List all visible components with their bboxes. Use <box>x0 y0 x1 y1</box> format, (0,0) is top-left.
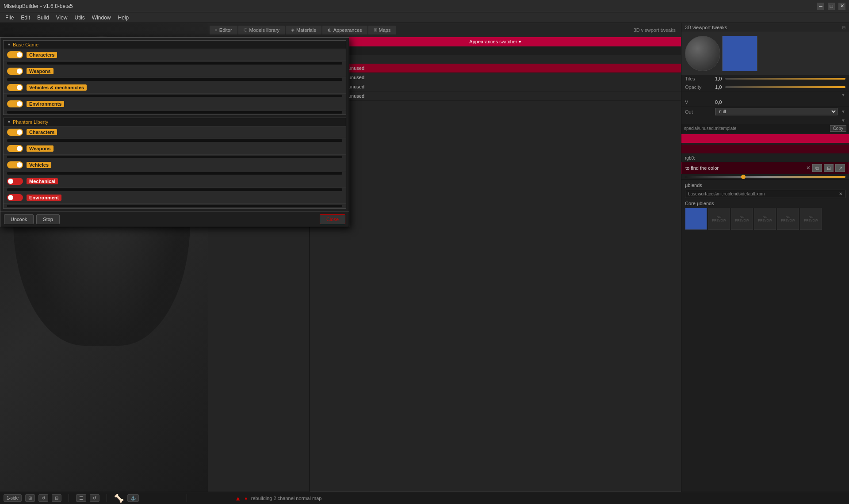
ublends-title: μblends <box>685 183 845 188</box>
progress-environments <box>208 111 342 114</box>
layer-item-2[interactable]: 2 2 (null_null) unused <box>310 82 681 92</box>
app-title: MlsetupBuilder - v1.6.8-beta5 <box>4 3 817 9</box>
expand-row: ▼ <box>681 92 849 98</box>
tab-bar: ≡ Editor ⬡ Models library ◈ Materials ◐ … <box>208 23 681 37</box>
color-action-button[interactable]: ↗ <box>835 164 845 172</box>
viewport-tweaks-header: 3D viewport tweaks ⊟ <box>681 23 849 32</box>
maps-icon: ⊞ <box>374 27 377 32</box>
color-find-area: to find the color ✕ ⧉ ⊞ ↗ <box>681 162 849 174</box>
maximize-button[interactable]: □ <box>828 3 835 10</box>
color-copy-button[interactable]: ⧉ <box>812 164 822 172</box>
color-find-close[interactable]: ✕ <box>806 165 811 171</box>
template-path: special\unused.mltemplate Copy <box>681 124 849 133</box>
view-mode-button[interactable]: 1-side <box>4 494 22 502</box>
blue-preview <box>722 36 757 71</box>
expand-arrow-1[interactable]: ▼ <box>841 92 845 97</box>
preview-thumb-0 <box>685 208 707 230</box>
tab-editor[interactable]: ≡ Editor <box>210 26 237 34</box>
copy-button[interactable]: Copy <box>830 125 846 132</box>
toggle-row-pl-weapons: Weapons <box>208 143 346 155</box>
tab-appearances-label: Appearances <box>333 27 362 33</box>
out-dropdown[interactable]: null <box>715 108 838 115</box>
tiles-label: Tiles <box>685 76 711 81</box>
menu-window[interactable]: Window <box>88 14 115 22</box>
toggle-row-weapons: Weapons <box>208 65 346 77</box>
viewport-tweaks-label: 3D viewport tweaks <box>634 27 679 33</box>
center-panel: ≡ Editor ⬡ Models library ◈ Materials ◐ … <box>208 23 681 504</box>
progress-vehicles <box>208 95 342 97</box>
appearances-header: Appearances switcher ▾ <box>310 37 681 46</box>
hue-thumb[interactable] <box>741 175 746 179</box>
global-statusbar: 1-side ⊞ ↺ ⊟ ☰ ↺ 🦴 ⚓ ▲ ● rebuilding 2 ch… <box>0 492 849 504</box>
close-button[interactable]: Close <box>320 214 345 224</box>
opacity-value: 1,0 <box>715 84 722 90</box>
tab-maps[interactable]: ⊞ Maps <box>368 26 396 34</box>
red-bar-1 <box>681 134 849 143</box>
appearances-icon: ◐ <box>328 27 332 32</box>
toggle-row-vehicles: Vehicles & mechanicles <box>208 82 346 94</box>
preview-thumb-1: NOPREVOW <box>708 208 730 230</box>
menu-edit[interactable]: Edit <box>17 14 34 22</box>
menu-file[interactable]: File <box>2 14 17 22</box>
progress-pl-environment <box>208 205 342 207</box>
layer-item-1[interactable]: 1 1 (null_null) unused <box>310 73 681 82</box>
phantom-liberty-header: ▼ Phantom Liberty <box>208 118 346 126</box>
no-preview-5: NOPREVOW <box>804 215 818 223</box>
progress-pl-characters <box>208 139 342 142</box>
menu-view[interactable]: View <box>53 14 71 22</box>
previews-row: NOPREVOW NOPREVOW NOPREVOW NOPREVOW NOPR… <box>685 208 845 230</box>
tab-models-label: Models library <box>249 27 279 33</box>
toolbar-link-btn[interactable]: ⊟ <box>52 494 61 502</box>
layer-item-3[interactable]: 3 3 (null_null) unused <box>310 92 681 101</box>
toolbar-refresh2-btn[interactable]: ↺ <box>90 494 99 502</box>
tab-materials[interactable]: ◈ Materials <box>286 26 321 34</box>
hue-slider[interactable] <box>685 176 845 178</box>
toggle-row-characters: Characters <box>208 49 346 61</box>
collapse-icon[interactable]: ⊟ <box>842 25 845 30</box>
expand-row-2: ▼ <box>681 117 849 124</box>
tab-models-library[interactable]: ⬡ Models library <box>238 26 285 34</box>
toolbar-refresh-btn[interactable]: ↺ <box>38 494 48 502</box>
preview-thumb-4: NOPREVOW <box>777 208 799 230</box>
no-preview-4: NOPREVOW <box>781 215 795 223</box>
toolbar-list-btn[interactable]: ☰ <box>76 494 86 502</box>
opacity-slider[interactable] <box>725 86 845 88</box>
layer-item-0[interactable]: 0 0 (null_null) unused <box>310 64 681 73</box>
minimize-button[interactable]: ─ <box>817 3 824 10</box>
expand-arrow-2[interactable]: ▼ <box>841 118 845 123</box>
menubar: File Edit Build View Utils Window Help <box>0 12 849 23</box>
close-button[interactable]: ✕ <box>838 3 845 10</box>
warning-dot: ● <box>245 496 248 501</box>
progress-pl-weapons <box>208 156 342 158</box>
progress-pl-mechanical <box>208 188 342 191</box>
preview-thumb-2: NOPREVOW <box>731 208 753 230</box>
core-ublends-title: Core μblends <box>685 201 845 206</box>
out-row: Out null ▼ <box>681 107 849 117</box>
base-game-header: ▼ Base Game <box>208 41 346 49</box>
toolbar-grid-btn[interactable]: ⊞ <box>25 494 35 502</box>
separator-3 <box>187 494 187 502</box>
template-path-text: special\unused.mltemplate <box>684 126 736 131</box>
right-panel: 3D viewport tweaks ⊟ Tiles 1,0 Opacity 1… <box>681 23 849 504</box>
preview-thumb-5: NOPREVOW <box>800 208 822 230</box>
apply-edits-button[interactable]: ✦ ✦ Apply edits <box>310 55 681 64</box>
toggle-row-pl-environment: Environment <box>208 192 346 204</box>
progress-pl-vehicles <box>208 172 342 175</box>
tiles-slider[interactable] <box>725 78 845 80</box>
materials-icon: ◈ <box>291 27 294 32</box>
warning-icon: ▲ <box>235 495 241 502</box>
ublends-close[interactable]: ✕ <box>839 191 842 196</box>
color-paste-button[interactable]: ⊞ <box>824 164 834 172</box>
preview-thumb-3: NOPREVOW <box>754 208 776 230</box>
tab-appearances[interactable]: ◐ Appearances <box>322 26 367 34</box>
preview-area <box>681 32 849 75</box>
ublends-path: base\surfaces\microblends\default.xbm ✕ <box>685 190 845 198</box>
menu-build[interactable]: Build <box>34 14 53 22</box>
out-chevron[interactable]: ▼ <box>841 109 845 114</box>
models-icon: ⬡ <box>244 27 248 32</box>
menu-utils[interactable]: Utils <box>71 14 88 22</box>
toolbar-anchor-btn[interactable]: ⚓ <box>127 494 139 502</box>
rgb-label: rgb0: <box>681 154 849 162</box>
sphere-preview <box>685 36 720 71</box>
menu-help[interactable]: Help <box>115 14 133 22</box>
